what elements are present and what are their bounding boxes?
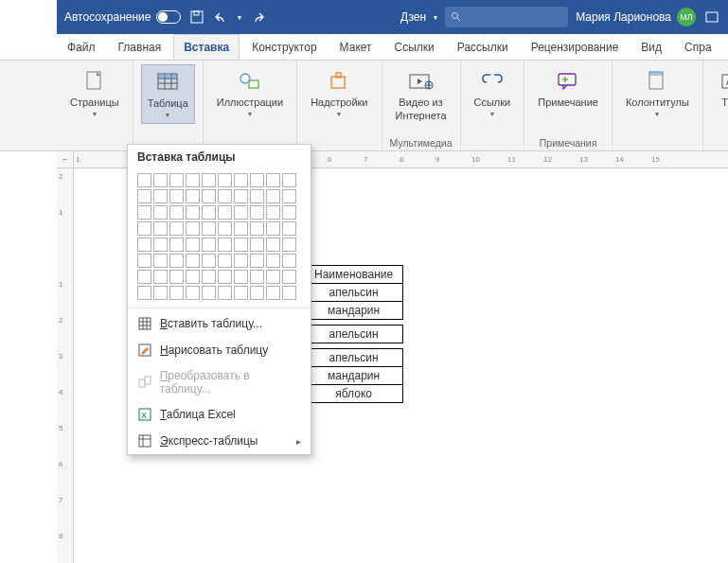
table-cell[interactable]: апельсин <box>305 284 403 302</box>
grid-cell[interactable] <box>282 286 296 300</box>
grid-cell[interactable] <box>234 270 248 284</box>
draw-table-item[interactable]: Нарисовать таблицу <box>128 337 311 363</box>
grid-cell[interactable] <box>234 238 248 252</box>
online-video-button[interactable]: Видео из Интернета <box>390 64 453 125</box>
grid-cell[interactable] <box>250 238 264 252</box>
grid-cell[interactable] <box>169 221 184 236</box>
grid-cell[interactable] <box>202 205 216 220</box>
headerfooter-button[interactable]: Колонтитулы ▾ <box>620 64 695 122</box>
grid-cell[interactable] <box>186 238 200 252</box>
grid-cell[interactable] <box>169 189 184 203</box>
grid-cell[interactable] <box>250 221 264 236</box>
tab-layout[interactable]: Макет <box>329 34 382 60</box>
undo-dropdown-icon[interactable]: ▾ <box>238 13 241 22</box>
table-button[interactable]: Таблица ▾ <box>141 64 195 124</box>
grid-cell[interactable] <box>282 189 296 203</box>
grid-cell[interactable] <box>266 286 280 300</box>
grid-cell[interactable] <box>266 238 280 252</box>
grid-cell[interactable] <box>186 286 200 300</box>
grid-cell[interactable] <box>186 221 200 236</box>
grid-cell[interactable] <box>282 270 296 284</box>
comment-button[interactable]: Примечание <box>532 64 604 112</box>
table-cell[interactable]: Наименование <box>305 266 403 284</box>
chevron-down-icon[interactable]: ▾ <box>434 13 437 22</box>
grid-cell[interactable] <box>153 189 168 203</box>
grid-cell[interactable] <box>282 173 296 187</box>
grid-cell[interactable] <box>202 254 216 268</box>
grid-cell[interactable] <box>153 221 168 236</box>
grid-cell[interactable] <box>169 254 184 268</box>
grid-cell[interactable] <box>202 286 216 300</box>
addins-button[interactable]: Надстройки ▾ <box>305 64 373 122</box>
grid-cell[interactable] <box>282 205 296 220</box>
grid-cell[interactable] <box>153 205 168 220</box>
grid-cell[interactable] <box>250 270 264 284</box>
grid-cell[interactable] <box>153 254 168 268</box>
illustrations-button[interactable]: Иллюстрации ▾ <box>211 64 289 122</box>
undo-icon[interactable] <box>213 9 230 26</box>
tab-help[interactable]: Спра <box>674 34 722 60</box>
grid-cell[interactable] <box>169 286 184 300</box>
grid-cell[interactable] <box>250 286 264 300</box>
table-cell[interactable]: апельсин <box>305 349 403 367</box>
grid-cell[interactable] <box>266 189 280 203</box>
tab-home[interactable]: Главная <box>108 34 172 60</box>
grid-cell[interactable] <box>137 173 151 187</box>
grid-cell[interactable] <box>169 205 184 220</box>
quick-tables-item[interactable]: Экспресс-таблицы ▸ <box>128 428 311 454</box>
grid-cell[interactable] <box>218 286 232 300</box>
document-table[interactable]: Наименование апельсин мандарин апельсин … <box>304 265 403 403</box>
grid-cell[interactable] <box>218 270 232 284</box>
grid-cell[interactable] <box>234 286 248 300</box>
grid-cell[interactable] <box>218 205 232 220</box>
links-button[interactable]: Ссылки ▾ <box>469 64 517 122</box>
grid-cell[interactable] <box>250 254 264 268</box>
ribbon-display-icon[interactable] <box>703 9 720 26</box>
grid-cell[interactable] <box>153 238 168 252</box>
grid-cell[interactable] <box>202 221 216 236</box>
search-input[interactable] <box>445 7 568 27</box>
toggle-switch-icon[interactable] <box>156 10 181 24</box>
grid-cell[interactable] <box>186 254 200 268</box>
table-cell[interactable]: мандарин <box>305 302 403 320</box>
grid-cell[interactable] <box>218 221 232 236</box>
grid-cell[interactable] <box>137 221 151 236</box>
grid-cell[interactable] <box>250 205 264 220</box>
autosave-toggle[interactable]: Автосохранение <box>64 10 181 24</box>
tab-references[interactable]: Ссылки <box>384 34 445 60</box>
tab-design[interactable]: Конструктор <box>241 34 327 60</box>
grid-cell[interactable] <box>186 173 200 187</box>
grid-cell[interactable] <box>202 173 216 187</box>
grid-cell[interactable] <box>137 205 151 220</box>
table-cell[interactable]: яблоко <box>305 385 403 403</box>
grid-cell[interactable] <box>282 221 296 236</box>
grid-cell[interactable] <box>137 189 151 203</box>
dzen-label[interactable]: Дзен <box>400 10 426 24</box>
tab-file[interactable]: Файл <box>57 34 106 60</box>
grid-cell[interactable] <box>282 254 296 268</box>
text-button[interactable]: A Тек <box>711 64 728 112</box>
grid-cell[interactable] <box>137 286 151 300</box>
grid-cell[interactable] <box>169 173 184 187</box>
grid-cell[interactable] <box>250 189 264 203</box>
grid-cell[interactable] <box>266 221 280 236</box>
grid-cell[interactable] <box>218 173 232 187</box>
grid-cell[interactable] <box>153 270 168 284</box>
grid-cell[interactable] <box>186 270 200 284</box>
grid-cell[interactable] <box>218 254 232 268</box>
grid-cell[interactable] <box>234 173 248 187</box>
grid-cell[interactable] <box>266 205 280 220</box>
save-icon[interactable] <box>188 9 205 26</box>
grid-cell[interactable] <box>153 173 168 187</box>
grid-cell[interactable] <box>186 189 200 203</box>
grid-cell[interactable] <box>234 221 248 236</box>
grid-cell[interactable] <box>202 189 216 203</box>
grid-cell[interactable] <box>186 205 200 220</box>
table-cell[interactable]: мандарин <box>305 367 403 385</box>
grid-cell[interactable] <box>266 254 280 268</box>
grid-cell[interactable] <box>169 238 184 252</box>
grid-cell[interactable] <box>137 254 151 268</box>
vertical-ruler[interactable]: 2112345678910 <box>57 168 74 563</box>
tab-insert[interactable]: Вставка <box>173 34 240 60</box>
user-account[interactable]: Мария Ларионова МЛ <box>576 8 696 26</box>
